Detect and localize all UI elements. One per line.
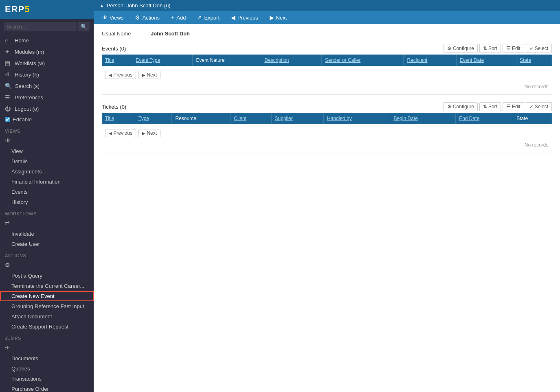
sidebar-item-events[interactable]: Events [0, 187, 94, 197]
sidebar-item-create-new-event[interactable]: Create New Event [0, 291, 94, 301]
sidebar-item-assignments[interactable]: Assignments [0, 166, 94, 177]
sidebar-item-transactions[interactable]: Transactions [0, 374, 94, 384]
logo-number: 5 [24, 4, 30, 14]
actions-icon: ⚙ [135, 14, 140, 21]
sidebar-item-grouping-ref[interactable]: Grouping Reference Fast Input [0, 301, 94, 311]
tickets-no-records: No records [105, 140, 549, 150]
events-sort-button[interactable]: ⇅ Sort [479, 44, 501, 53]
tickets-col-supplier: Supplier [271, 113, 323, 124]
sidebar-item-documents[interactable]: Documents [0, 353, 94, 364]
views-icon: 👁 [102, 14, 108, 21]
sidebar-item-purchase-order[interactable]: Purchase Order [0, 384, 94, 392]
sidebar-views-icon-row: 👁 [0, 135, 94, 146]
editable-checkbox[interactable] [5, 117, 10, 122]
edit-icon: ☰ [506, 46, 511, 51]
tickets-col-client-link[interactable]: Client [234, 116, 246, 121]
previous-button[interactable]: ◀ Previous [225, 11, 264, 24]
export-button[interactable]: ↗ Export [191, 11, 225, 24]
tickets-col-state: State [513, 113, 552, 124]
tickets-col-title-link[interactable]: Title [105, 116, 114, 121]
views-button[interactable]: 👁 Views [96, 11, 129, 24]
events-pagination: ◀ Previous ▶ Next [105, 68, 549, 81]
tickets-col-end-date: End Date [456, 113, 513, 124]
sidebar-item-history-view[interactable]: History [0, 197, 94, 207]
sidebar-item-view[interactable]: View [0, 146, 94, 156]
events-edit-button[interactable]: ☰ Edit [503, 44, 524, 53]
sidebar-item-worklists[interactable]: ▤ Worklists (w) [0, 57, 94, 69]
tickets-col-begin-date: Begin Date [390, 113, 456, 124]
search-button[interactable]: 🔍 [78, 22, 90, 31]
actions-icon-row: ⚙ [0, 259, 94, 271]
events-col-sender: Sender or Caller [322, 55, 404, 66]
events-configure-button[interactable]: ⚙ Configure [444, 44, 478, 53]
events-col-desc-link[interactable]: Description [264, 57, 289, 63]
content-area: Usual Name John Scott Doh Events (0) ⚙ C… [94, 24, 560, 392]
events-panel: Events (0) ⚙ Configure ⇅ Sort ☰ Edit [102, 44, 552, 95]
sidebar-item-details[interactable]: Details [0, 156, 94, 166]
events-col-sender-link[interactable]: Sender or Caller [325, 57, 360, 63]
preferences-icon: ☰ [5, 94, 11, 101]
person-name-row: Usual Name John Scott Doh [102, 31, 552, 37]
select-check-icon: ✓ [529, 46, 534, 51]
sidebar-item-queries[interactable]: Queries [0, 364, 94, 374]
events-col-title-link[interactable]: Title [105, 57, 114, 63]
tickets-col-supplier-link[interactable]: Supplier [275, 116, 293, 121]
tickets-sort-button[interactable]: ⇅ Sort [479, 102, 501, 111]
events-col-type: Event Type [132, 55, 193, 66]
sidebar-item-search[interactable]: 🔍 Search (s) [0, 80, 94, 92]
editable-toggle[interactable]: Editable [0, 114, 94, 125]
tickets-title: Tickets (0) [102, 104, 126, 110]
sidebar-item-modules[interactable]: ✦ Modules (m) [0, 46, 94, 57]
tickets-select-icon: ✓ [529, 104, 534, 109]
events-select-button[interactable]: ✓ Select [526, 44, 552, 53]
tickets-next-button[interactable]: ▶ Next [138, 129, 160, 137]
events-col-state-link[interactable]: State [520, 57, 531, 63]
sidebar-item-financial[interactable]: Financial Information [0, 177, 94, 187]
main-content: ▲ Person: John Scott Doh (u) 👁 Views ⚙ A… [94, 0, 560, 392]
next-icon: ▶ [270, 14, 274, 21]
tickets-select-button[interactable]: ✓ Select [526, 102, 552, 111]
tickets-prev-button[interactable]: ◀ Previous [105, 129, 136, 137]
tickets-col-begin-link[interactable]: Begin Date [393, 116, 417, 121]
sidebar-item-attach-document[interactable]: Attach Document [0, 311, 94, 322]
events-col-type-link[interactable]: Event Type [136, 57, 160, 63]
events-col-recipient-link[interactable]: Recipient [407, 57, 427, 63]
events-col-date-link[interactable]: Event Date [460, 57, 484, 63]
events-col-recipient: Recipient [404, 55, 456, 66]
sidebar-item-preferences[interactable]: ☰ Preferences [0, 92, 94, 103]
tickets-col-handled-link[interactable]: Handled by [327, 116, 352, 121]
sidebar-item-history[interactable]: ↺ History (h) [0, 69, 94, 80]
tickets-col-client: Client [231, 113, 271, 124]
sidebar-item-logout[interactable]: ⏻ Logout (o) [0, 103, 94, 114]
airplane-icon: ✈ [5, 344, 11, 351]
tickets-col-end-link[interactable]: End Date [459, 116, 479, 121]
add-button[interactable]: + Add [165, 11, 191, 24]
search-bar: 🔍 [0, 19, 94, 35]
tickets-configure-icon: ⚙ [447, 104, 452, 109]
events-table: Title Event Type Event Nature Descriptio… [102, 55, 552, 95]
tickets-edit-button[interactable]: ☰ Edit [503, 102, 524, 111]
events-empty-row: ◀ Previous ▶ Next No records [102, 66, 552, 95]
events-prev-button[interactable]: ◀ Previous [105, 71, 136, 79]
sidebar-item-post-query[interactable]: Post a Query [0, 271, 94, 281]
history-icon: ↺ [5, 71, 11, 78]
next-button[interactable]: ▶ Next [264, 11, 293, 24]
shuffle-icon: ⇄ [5, 220, 11, 226]
tickets-configure-button[interactable]: ⚙ Configure [444, 102, 478, 111]
tickets-actions: ⚙ Configure ⇅ Sort ☰ Edit ✓ Select [444, 102, 552, 111]
events-section-header: Events (0) ⚙ Configure ⇅ Sort ☰ Edit [102, 44, 552, 53]
actions-button[interactable]: ⚙ Actions [129, 11, 165, 24]
sidebar-item-home[interactable]: ⌂ Home [0, 35, 94, 46]
tickets-panel: Tickets (0) ⚙ Configure ⇅ Sort ☰ Edit [102, 102, 552, 153]
sidebar-item-create-user[interactable]: Create User [0, 239, 94, 249]
search-input[interactable] [4, 22, 77, 31]
prev-arrow-icon: ◀ [109, 73, 112, 77]
tickets-col-type: Type [135, 113, 171, 124]
sidebar-item-create-support[interactable]: Create Support Request [0, 322, 94, 332]
events-next-button[interactable]: ▶ Next [138, 71, 160, 79]
events-col-description: Description [261, 55, 322, 66]
sidebar-item-invalidate[interactable]: Invalidate [0, 229, 94, 239]
tickets-col-type-link[interactable]: Type [138, 116, 149, 121]
sidebar-item-terminate-career[interactable]: Terminate the Current Career... [0, 281, 94, 291]
configure-icon: ⚙ [447, 46, 452, 51]
